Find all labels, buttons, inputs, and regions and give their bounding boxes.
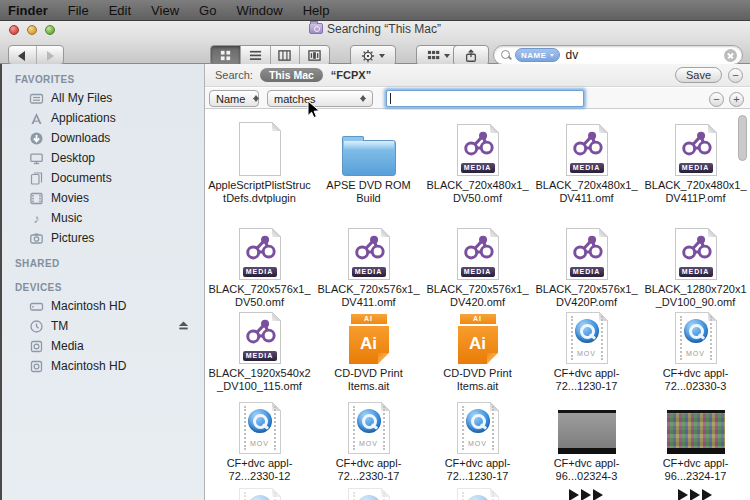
menu-go[interactable]: Go xyxy=(189,0,226,21)
sidebar-item-applications[interactable]: Applications xyxy=(2,108,204,128)
forward-button[interactable] xyxy=(36,46,64,64)
file-item[interactable]: MOV xyxy=(205,486,314,500)
file-item[interactable]: MOV CF+dvc appl-72...1230-17 xyxy=(423,400,532,483)
sidebar-item-tm[interactable]: TM xyxy=(2,316,204,336)
criteria-value-input[interactable] xyxy=(386,90,584,107)
criteria-attribute-popup[interactable]: Name xyxy=(209,90,259,107)
sidebar-item-desktop[interactable]: Desktop xyxy=(2,148,204,168)
fast-forward-file-icon xyxy=(562,486,612,500)
file-name: BLACK_720x480x1_DV411.omf xyxy=(535,179,639,205)
file-item[interactable]: MEDIA BLACK_1280x720x1_DV100_90.omf xyxy=(641,226,750,309)
share-button[interactable] xyxy=(453,45,489,66)
menu-help[interactable]: Help xyxy=(293,0,340,21)
sidebar-item-label: Media xyxy=(51,339,84,353)
column-view-icon xyxy=(278,49,291,62)
file-item[interactable]: MEDIA BLACK_720x576x1_DV411.omf xyxy=(314,226,423,309)
menu-edit[interactable]: Edit xyxy=(99,0,141,21)
grid-view-icon xyxy=(219,49,232,62)
menu-finder[interactable]: Finder xyxy=(0,0,58,21)
downloads-icon xyxy=(29,131,44,146)
grid-row: MOV MOV MOV xyxy=(205,486,750,500)
file-name: AppleScriptPlistStructDefs.dvtplugin xyxy=(208,179,312,205)
back-button[interactable] xyxy=(9,46,36,64)
file-item[interactable]: MOV CF+dvc appl-72...2330-12 xyxy=(205,400,314,483)
list-view-button[interactable] xyxy=(240,46,270,65)
file-name: CF+dvc appl-72...02330-3 xyxy=(644,367,748,393)
search-query-text: dv xyxy=(566,48,724,62)
menu-file[interactable]: File xyxy=(58,0,99,21)
omf-media-file-icon: MEDIA xyxy=(239,228,281,280)
file-name: BLACK_1280x720x1_DV100_90.omf xyxy=(644,283,748,309)
popup-arrows-icon xyxy=(360,92,366,105)
eject-icon[interactable] xyxy=(177,319,190,332)
icon-view-button[interactable] xyxy=(211,46,240,65)
file-item[interactable]: AIAi CD-DVD Print Items.ait xyxy=(423,310,532,393)
file-item[interactable]: CF+dvc appl-96...02324-3 xyxy=(532,400,641,483)
file-item[interactable]: MOV CF+dvc appl-72...02330-3 xyxy=(641,310,750,393)
scope-fcpx[interactable]: “FCPX” xyxy=(331,69,371,81)
remove-scope-button[interactable]: − xyxy=(728,68,743,83)
sidebar-item-media[interactable]: Media xyxy=(2,336,204,356)
folder-icon xyxy=(342,140,396,176)
file-item[interactable]: AppleScriptPlistStructDefs.dvtplugin xyxy=(205,122,314,205)
omf-media-file-icon: MEDIA xyxy=(566,124,608,176)
search-scope-token[interactable]: NAME xyxy=(515,48,560,62)
file-item[interactable]: AIAi CD-DVD Print Items.ait xyxy=(314,310,423,393)
sidebar-item-downloads[interactable]: Downloads xyxy=(2,128,204,148)
sidebar-item-music[interactable]: ♪ Music xyxy=(2,208,204,228)
file-item[interactable]: MOV xyxy=(423,486,532,500)
file-item[interactable] xyxy=(641,486,750,500)
criteria-operator-popup[interactable]: matches xyxy=(267,90,373,107)
file-name: BLACK_720x576x1_DV411.omf xyxy=(317,283,421,309)
file-item[interactable]: APSE DVD ROM Build xyxy=(314,122,423,205)
vertical-scrollbar-thumb[interactable] xyxy=(738,115,747,161)
scope-this-mac[interactable]: This Mac xyxy=(260,68,323,82)
window-title: Searching “This Mac” xyxy=(150,21,600,38)
save-search-button[interactable]: Save xyxy=(675,67,722,83)
remove-criteria-button[interactable]: − xyxy=(709,92,724,107)
column-view-button[interactable] xyxy=(270,46,300,65)
sidebar-item-movies[interactable]: Movies xyxy=(2,188,204,208)
navigation-buttons xyxy=(8,45,64,65)
sidebar-item-label: TM xyxy=(51,319,68,333)
file-name: CD-DVD Print Items.ait xyxy=(426,367,530,393)
minimize-button[interactable] xyxy=(27,25,37,35)
sidebar-section-favorites: FAVORITES xyxy=(2,64,204,88)
sidebar-item-pictures[interactable]: Pictures xyxy=(2,228,204,248)
grid-row: MEDIA BLACK_720x576x1_DV50.omf MEDIA BLA… xyxy=(205,226,750,309)
file-item[interactable]: MEDIA BLACK_720x576x1_DV420.omf xyxy=(423,226,532,309)
sidebar-item-documents[interactable]: Documents xyxy=(2,168,204,188)
illustrator-template-file-icon: AIAi xyxy=(458,314,498,364)
sidebar-item-label: Music xyxy=(51,211,82,225)
add-criteria-button[interactable]: + xyxy=(729,92,744,107)
file-item[interactable]: MEDIA BLACK_720x576x1_DV420P.omf xyxy=(532,226,641,309)
file-item[interactable]: MEDIA BLACK_720x480x1_DV411.omf xyxy=(532,122,641,205)
zoom-button[interactable] xyxy=(45,25,55,35)
popup-label: Name xyxy=(216,93,245,105)
close-button[interactable] xyxy=(9,25,19,35)
gear-icon xyxy=(361,49,375,63)
file-item[interactable]: MEDIA BLACK_720x576x1_DV50.omf xyxy=(205,226,314,309)
file-item[interactable]: MEDIA BLACK_1920x540x2_DV100_115.omf xyxy=(205,310,314,393)
sidebar-item-label: Macintosh HD xyxy=(51,359,126,373)
quicktime-movie-file-icon: MOV xyxy=(675,312,717,364)
clear-search-button[interactable] xyxy=(724,49,737,62)
file-item[interactable]: MEDIA BLACK_720x480x1_DV50.omf xyxy=(423,122,532,205)
file-item[interactable]: MOV xyxy=(314,486,423,500)
menu-window[interactable]: Window xyxy=(226,0,292,21)
omf-media-file-icon: MEDIA xyxy=(457,228,499,280)
file-item[interactable]: MEDIA BLACK_720x480x1_DV411P.omf xyxy=(641,122,750,205)
all-my-files-icon xyxy=(29,91,44,106)
file-item[interactable]: MOV CF+dvc appl-72...2330-17 xyxy=(314,400,423,483)
coverflow-view-button[interactable] xyxy=(299,46,329,65)
sidebar-item-macintosh-hd[interactable]: Macintosh HD xyxy=(2,296,204,316)
menu-view[interactable]: View xyxy=(141,0,189,21)
sidebar-item-all-my-files[interactable]: All My Files xyxy=(2,88,204,108)
file-item[interactable]: MOV CF+dvc appl-72...1230-17 xyxy=(532,310,641,393)
file-item[interactable] xyxy=(532,486,641,500)
back-arrow-icon xyxy=(18,51,25,61)
action-menu-button[interactable] xyxy=(350,45,396,66)
sidebar-item-macintosh-hd-2[interactable]: Macintosh HD xyxy=(2,356,204,376)
file-item[interactable]: CF+dvc appl-96...2324-17 xyxy=(641,400,750,483)
toolbar-search-field[interactable]: NAME dv xyxy=(493,45,743,65)
